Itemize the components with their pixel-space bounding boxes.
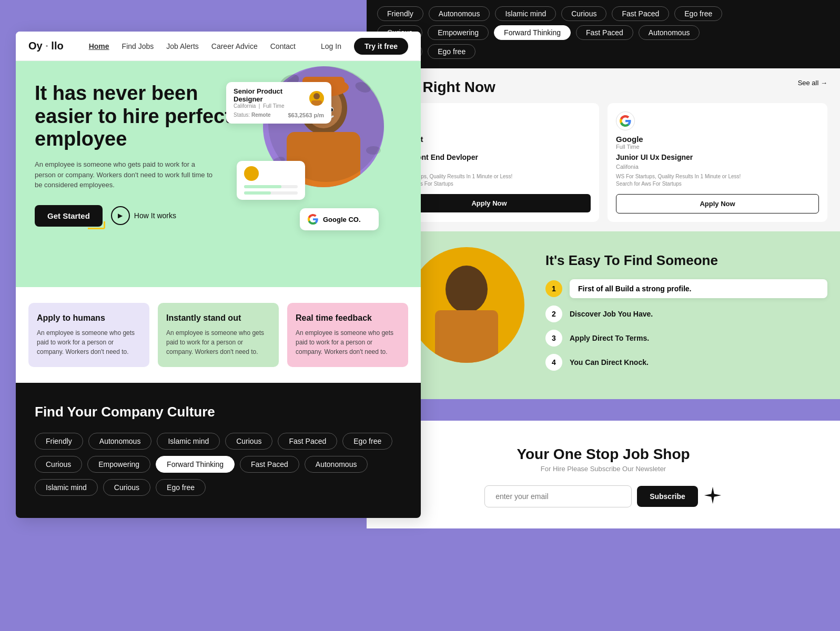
step-1-num: 1: [545, 280, 562, 297]
culture-tag-fast-paced[interactable]: Fast Paced: [278, 433, 337, 450]
get-started-btn[interactable]: Get Started: [35, 205, 103, 227]
tag-fast-paced[interactable]: Fast Paced: [612, 6, 669, 21]
tag-curious[interactable]: Curious: [561, 6, 606, 21]
tag-forward-thinking[interactable]: Forward Thinking: [494, 25, 571, 40]
feature-feedback: Real time feedback An employee is someon…: [287, 303, 408, 367]
tag-autonomous-2[interactable]: Autonomous: [639, 25, 700, 40]
back-job-section: See all → g Job Right Now M Microsoft Fu…: [367, 68, 840, 238]
svg-point-0: [446, 266, 488, 313]
hero-illustration: Senior Product Designer California | Ful…: [258, 61, 405, 266]
feature-stand-out: Instantly stand out An employee is someo…: [158, 303, 279, 367]
nav-job-alerts[interactable]: Job Alerts: [166, 42, 198, 50]
job-section-title: g Job Right Now: [379, 79, 827, 96]
culture-tags-row1: Friendly Autonomous Islamic mind Curious…: [35, 433, 402, 450]
culture-tags-row2: Curious Empowering Forward Thinking Fast…: [35, 456, 402, 473]
step-1-card: First of all Build a strong profile.: [570, 279, 827, 298]
hero-section: It has never been easier to hire perfect…: [16, 61, 421, 287]
culture-tag-fast-paced-2[interactable]: Fast Paced: [240, 456, 299, 473]
svg-marker-3: [704, 487, 721, 504]
step-2-text: Discover Job You Have.: [570, 310, 653, 318]
google-desc: WS For Startups, Quality Results In 1 Mi…: [616, 173, 819, 188]
how-it-works-label: How It works: [134, 211, 176, 220]
culture-tag-curious-2[interactable]: Curious: [35, 456, 82, 473]
step-3: 3 Apply Direct To Terms.: [545, 330, 827, 347]
feat-title-2: Instantly stand out: [166, 313, 270, 323]
person-illustration: [409, 247, 524, 363]
tag-ego-free[interactable]: Ego free: [674, 6, 722, 21]
easy-find-section: It's Easy To Find Someone 1 First of all…: [367, 231, 840, 399]
tag-islamic-mind[interactable]: Islamic mind: [495, 6, 556, 21]
tag-autonomous[interactable]: Autonomous: [429, 6, 490, 21]
culture-tag-friendly[interactable]: Friendly: [35, 433, 83, 450]
step-3-text: Apply Direct To Terms.: [570, 334, 649, 342]
culture-tag-curious[interactable]: Curious: [225, 433, 272, 450]
culture-tag-ego-free-2[interactable]: Ego free: [156, 479, 206, 496]
culture-tag-ego-free[interactable]: Ego free: [342, 433, 392, 450]
hero-desc: An employee is someone who gets paid to …: [35, 159, 214, 190]
float-card-salary: $63,2563 p/m: [288, 112, 325, 118]
tag-friendly[interactable]: Friendly: [377, 6, 423, 21]
nav-career-advice[interactable]: Career Advice: [211, 42, 258, 50]
float-card-senior-designer: Senior Product Designer California | Ful…: [226, 82, 331, 124]
feat-desc-1: An employee is someone who gets paid to …: [37, 328, 141, 357]
float-card-status: Status: Remote $63,2563 p/m: [234, 112, 324, 118]
feat-desc-2: An employee is someone who gets paid to …: [166, 328, 270, 357]
tag-ego-free-2[interactable]: Ego free: [428, 44, 475, 59]
easy-find-title: It's Easy To Find Someone: [545, 252, 827, 269]
tag-fast-paced-2[interactable]: Fast Paced: [576, 25, 633, 40]
one-stop-title: Your One Stop Job Shop: [379, 446, 827, 463]
culture-tag-autonomous-2[interactable]: Autonomous: [305, 456, 368, 473]
features-section: Apply to humans An employee is someone w…: [16, 287, 421, 383]
feature-apply-humans: Apply to humans An employee is someone w…: [28, 303, 149, 367]
culture-tag-curious-3[interactable]: Curious: [103, 479, 150, 496]
step-4-num: 4: [545, 354, 562, 371]
step-4: 4 You Can Direct Knock.: [545, 354, 827, 371]
back-tags-row3: Curious Ego free: [377, 44, 829, 59]
float-card-sub: California | Full Time: [234, 103, 309, 109]
float-card-title: Senior Product Designer: [234, 87, 309, 103]
feat-title-1: Apply to humans: [37, 313, 141, 323]
how-it-works[interactable]: ▶ How It works: [111, 206, 176, 225]
culture-tag-forward-thinking[interactable]: Forward Thinking: [156, 456, 235, 473]
navigation: Oy · llo Home Find Jobs Job Alerts Caree…: [16, 32, 421, 61]
culture-tags-row3: Islamic mind Curious Ego free: [35, 479, 402, 496]
nav-contact[interactable]: Contact: [270, 42, 296, 50]
step-2: 2 Discover Job You Have.: [545, 306, 827, 322]
see-all-link[interactable]: See all →: [798, 79, 827, 87]
culture-tag-empowering[interactable]: Empowering: [87, 456, 150, 473]
nav-login[interactable]: Log In: [321, 42, 341, 50]
one-stop-section: Your One Stop Job Shop For Hire Please S…: [367, 421, 840, 528]
job-cards-row: M Microsoft Full Time Senior Font End De…: [379, 103, 827, 222]
google-apply-btn[interactable]: Apply Now: [616, 194, 819, 213]
hero-title: It has never been easier to hire perfect…: [35, 82, 256, 151]
google-role: Junior UI Ux Designer: [616, 153, 819, 161]
site-logo: Oy · llo: [28, 40, 64, 52]
svg-point-7: [366, 146, 381, 155]
nav-try-btn[interactable]: Try it free: [354, 38, 408, 55]
subscribe-button[interactable]: Subscribe: [637, 486, 698, 507]
step-1: 1 First of all Build a strong profile.: [545, 279, 827, 298]
svg-rect-19: [311, 100, 322, 106]
back-tags-row1: Friendly Autonomous Islamic mind Curious…: [377, 6, 829, 21]
svg-point-18: [313, 93, 320, 99]
tag-empowering[interactable]: Empowering: [428, 25, 489, 40]
google-company: Google: [616, 135, 819, 144]
culture-tag-autonomous[interactable]: Autonomous: [88, 433, 152, 450]
nav-home[interactable]: Home: [89, 42, 109, 50]
culture-tag-islamic-2[interactable]: Islamic mind: [35, 479, 98, 496]
nav-find-jobs[interactable]: Find Jobs: [122, 42, 154, 50]
one-stop-subtitle: For Hire Please Subscribe Our Newsleter: [379, 465, 827, 473]
play-button-icon[interactable]: ▶: [111, 206, 130, 225]
front-panel: Oy · llo Home Find Jobs Job Alerts Caree…: [16, 32, 421, 518]
job-card-google: Google Full Time Junior UI Ux Designer C…: [608, 103, 827, 222]
google-co-label: Google CO.: [323, 216, 361, 223]
email-input[interactable]: [484, 485, 632, 507]
back-panel-tags: Friendly Autonomous Islamic mind Curious…: [367, 0, 840, 74]
feat-title-3: Real time feedback: [296, 313, 400, 323]
culture-tag-islamic[interactable]: Islamic mind: [157, 433, 220, 450]
google-type: Full Time: [616, 144, 819, 150]
star-decoration-right: [703, 486, 722, 507]
svg-rect-1: [435, 310, 498, 363]
step-3-num: 3: [545, 330, 562, 347]
google-location: Califonia: [616, 164, 819, 170]
